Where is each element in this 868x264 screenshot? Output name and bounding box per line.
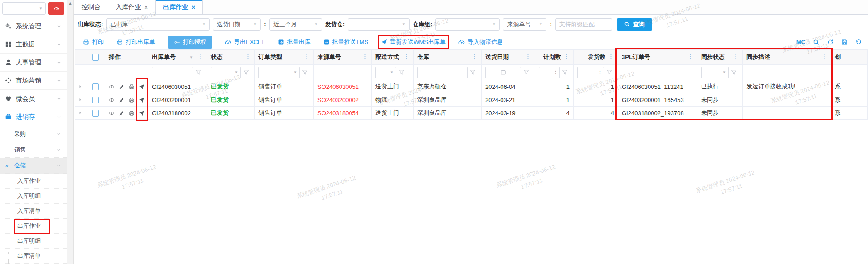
search-button[interactable]: 查询 [617,18,652,31]
printer-icon[interactable] [129,97,135,103]
column-menu-icon[interactable] [525,54,531,61]
select-all-checkbox[interactable] [92,54,99,61]
send-icon[interactable] [139,84,145,90]
toolbar-button-批量推送TMS[interactable]: 批量推送TMS [323,38,368,46]
sidebar-subitem-采购[interactable]: 采购 [0,126,67,142]
column-menu-icon[interactable] [304,54,310,61]
toolbar-button-打印[interactable]: 打印 [83,38,104,46]
toolbar-button-打印授权[interactable]: 打印授权 [168,36,212,49]
column-header-label: 计划数 [543,53,561,61]
toolbar-button-批量出库[interactable]: 批量出库 [278,38,311,46]
plan_qty-filter-number-input[interactable]: ▲▼ [539,67,560,78]
number-stepper-icons[interactable]: ▲▼ [554,70,557,75]
sidebar-search-combo[interactable]: ▼ [2,2,46,15]
send-icon[interactable] [139,110,145,116]
sidebar-subitem-销售[interactable]: 销售 [0,142,67,158]
sidebar-leaf-入库清单[interactable]: 入库清单 [0,204,67,219]
sidebar-leaf-入库作业[interactable]: 入库作业 [0,174,67,189]
pencil-icon[interactable] [119,110,125,116]
status-filter-funnel-button[interactable] [241,69,251,75]
close-icon[interactable]: × [191,4,195,11]
pencil-icon[interactable] [119,84,125,90]
eye-icon[interactable] [109,97,115,103]
sync_status-filter-funnel-button[interactable] [729,69,739,75]
sidebar-item-微会员[interactable]: 微会员 [0,90,67,108]
ship_qty-filter-number-input[interactable]: ▲▼ [577,67,604,78]
tab-入库作业[interactable]: 入库作业 × [108,0,156,14]
status-filter-select[interactable]: ▼ [211,67,241,78]
number-stepper-icons[interactable]: ▲▼ [599,70,601,75]
sidebar-leaf-出库明细[interactable]: 出库明细 [0,234,67,249]
column-menu-icon[interactable] [733,54,739,61]
column-menu-icon[interactable] [404,54,410,61]
column-menu-icon[interactable] [608,54,614,61]
row-checkbox[interactable] [92,97,99,103]
close-icon[interactable]: × [144,4,148,11]
sort-desc-icon[interactable]: ▼ [190,55,193,59]
column-menu-icon[interactable] [245,54,251,61]
outbound-status-select[interactable]: 已出库▼ [106,18,210,31]
toolbar-button-导出EXCEL[interactable]: 导出EXCEL [225,38,265,46]
order_type-filter-select[interactable]: ▼ [258,67,300,78]
sidebar-item-系统管理[interactable]: 系统管理 [0,17,67,35]
column-menu-icon[interactable] [688,54,693,61]
date-range-select[interactable]: 近三个月▼ [269,18,322,31]
column-menu-icon[interactable] [472,54,478,61]
sidebar-leaf-出库作业[interactable]: 出库作业 [0,219,67,234]
warehouse-filter-funnel-button[interactable] [468,69,478,75]
expand-row-icon[interactable] [78,98,83,102]
sidebar-leaf-出库清单[interactable]: 出库清单 [0,249,67,264]
sidebar-item-主数据[interactable]: 主数据 [0,35,67,54]
date-filter-funnel-button[interactable] [521,69,531,75]
delivery-filter-funnel-button[interactable] [396,69,406,75]
scroll-up-icon[interactable]: ▲ [68,1,73,5]
printer-icon[interactable] [129,110,135,116]
tab-出库作业[interactable]: 出库作业 × [156,0,203,14]
send-icon[interactable] [139,97,145,103]
sidebar-item-人事管理[interactable]: 人事管理 [0,54,67,72]
date-field-select[interactable]: 送货日期▼ [213,18,261,31]
gi-filter-funnel-button[interactable] [193,69,203,75]
toolbar-button-导入物流信息[interactable]: 导入物流信息 [458,38,503,46]
source-no-input[interactable] [555,18,612,31]
row-checkbox[interactable] [92,110,99,117]
column-menu-icon[interactable] [362,54,368,61]
pencil-icon[interactable] [119,97,125,103]
plan_qty-filter-funnel-button[interactable] [560,69,570,75]
dashboard-button[interactable] [48,2,64,15]
column-menu-icon[interactable] [197,54,203,61]
expand-row-icon[interactable] [78,84,83,89]
refresh-icon[interactable] [827,39,834,45]
sidebar-item-进销存[interactable]: 进销存 [0,108,67,126]
column-menu-icon[interactable] [564,54,570,61]
sidebar-leaf-入库明细[interactable]: 入库明细 [0,189,67,204]
eye-icon[interactable] [109,84,115,90]
save-layout-icon[interactable] [841,39,848,45]
diamonds-icon [5,77,12,84]
search-icon[interactable] [813,39,819,45]
sidebar-scrollbar[interactable]: ▲ [67,0,74,264]
eye-icon[interactable] [109,110,115,116]
delivery-filter-select[interactable]: ▼ [375,67,396,78]
gi-filter-input[interactable] [152,67,193,78]
ship_qty-filter-funnel-button[interactable] [604,69,614,75]
ship-warehouse-select[interactable]: ▼ [348,18,410,31]
printer-icon[interactable] [129,84,135,90]
column-menu-icon[interactable] [821,54,827,61]
reset-icon[interactable] [855,39,862,45]
expand-row-icon[interactable] [78,111,83,115]
toolbar-button-打印出库单[interactable]: 打印出库单 [117,38,155,46]
tab-控制台[interactable]: 控制台 [74,0,108,14]
warehouse-filter-input[interactable] [417,67,468,78]
row-checkbox[interactable] [92,83,99,90]
sidebar-subitem-仓储[interactable]: » 仓储 [0,158,67,174]
sidebar-item-市场营销[interactable]: 市场营销 [0,72,67,90]
warehouse-group-select[interactable]: ▼ [435,18,500,31]
date-filter-datepicker[interactable] [485,67,521,78]
source-field-select[interactable]: 来源单号▼ [503,18,546,31]
toolbar-button-重新发送WMS出库单[interactable]: 重新发送WMS出库单 [381,38,446,46]
column-header-gi: 出库单号 ▼ [148,50,207,64]
mc-columns-toggle[interactable]: MC [796,39,805,45]
sync_status-filter-select[interactable]: ▼ [701,67,729,78]
order_type-filter-funnel-button[interactable] [300,69,310,75]
